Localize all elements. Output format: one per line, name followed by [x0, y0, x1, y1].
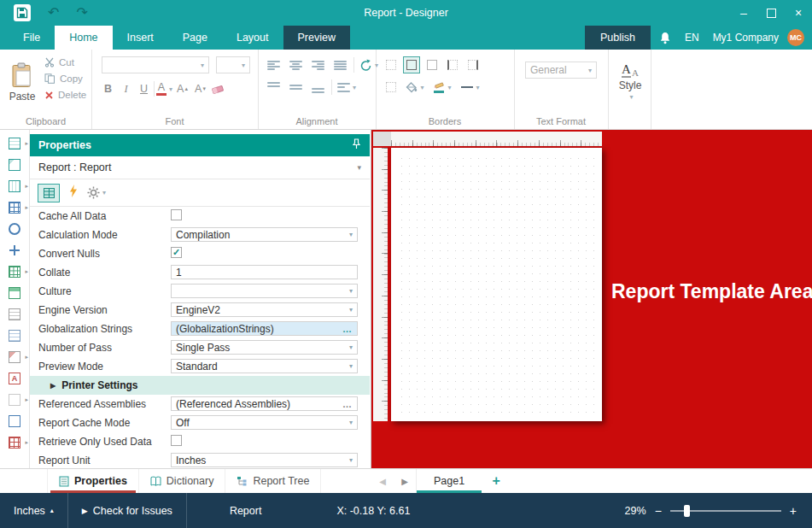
- ellipsis-icon[interactable]: …: [342, 400, 353, 408]
- engine-version-dropdown[interactable]: EngineV2▾: [171, 302, 358, 317]
- prev-page-button[interactable]: ◀: [371, 477, 394, 486]
- align-justify-button[interactable]: [331, 56, 348, 73]
- align-right-button[interactable]: [309, 56, 326, 73]
- settings-button[interactable]: ▾: [87, 186, 106, 199]
- publish-button[interactable]: Publish: [585, 26, 651, 50]
- image-item[interactable]: ▸: [0, 346, 29, 367]
- property-row-retrieve-only-used-data: Retrieve Only Used Data ✓: [30, 432, 370, 451]
- crosstab-item[interactable]: ▸: [0, 431, 29, 453]
- dock-tab-report-tree[interactable]: Report Tree: [225, 469, 321, 493]
- align-center-button[interactable]: [287, 56, 304, 73]
- zoom-slider[interactable]: [670, 510, 781, 512]
- borders-outside-button[interactable]: [424, 56, 441, 73]
- align-left-button[interactable]: [265, 56, 282, 73]
- align-top-button[interactable]: [265, 79, 282, 96]
- minimize-button[interactable]: –: [730, 0, 757, 26]
- chart-item[interactable]: ▸: [0, 261, 29, 282]
- big-text-item[interactable]: A: [0, 367, 29, 389]
- dock-tab-dictionary[interactable]: Dictionary: [139, 469, 226, 493]
- paste-button[interactable]: Paste: [5, 54, 39, 110]
- ellipsis-icon[interactable]: …: [342, 325, 353, 333]
- italic-button[interactable]: I: [118, 80, 134, 97]
- copy-button[interactable]: Copy: [44, 73, 86, 84]
- dock-tab-properties[interactable]: Properties: [47, 469, 139, 493]
- borders-none-button[interactable]: [383, 56, 400, 73]
- align-bottom-button[interactable]: [309, 79, 326, 96]
- zoom-out-button[interactable]: −: [655, 504, 662, 518]
- alignment-group-label: Alignment: [258, 116, 376, 126]
- fill-color-button[interactable]: ▾: [403, 79, 427, 96]
- tab-page[interactable]: Page: [168, 26, 222, 50]
- language-selector[interactable]: EN: [680, 32, 704, 44]
- add-page-button[interactable]: +: [482, 473, 511, 489]
- shape-item[interactable]: [0, 218, 29, 239]
- units-selector[interactable]: Inches ▴: [0, 493, 67, 528]
- number-of-pass-dropdown[interactable]: Single Pass▾: [171, 340, 358, 355]
- clear-format-button[interactable]: [210, 80, 226, 97]
- borders-right-button[interactable]: [464, 56, 482, 73]
- text-in-cells-item[interactable]: ▸: [0, 175, 29, 197]
- clipboard-group: Paste Cut Copy Delete Clipboard: [0, 50, 92, 129]
- notifications-button[interactable]: [651, 32, 680, 44]
- underline-button[interactable]: U: [136, 80, 152, 97]
- cut-button[interactable]: Cut: [44, 57, 86, 67]
- events-view-button[interactable]: [69, 185, 78, 201]
- design-surface[interactable]: Report Template Area: [371, 130, 812, 468]
- word-wrap-button[interactable]: ▾: [337, 79, 356, 96]
- subreport-item[interactable]: [0, 303, 29, 325]
- gauge-item[interactable]: [0, 282, 29, 303]
- pin-button[interactable]: [352, 138, 361, 152]
- referenced-assemblies-editor[interactable]: (Referenced Assemblies)…: [171, 396, 358, 411]
- maximize-button[interactable]: [757, 0, 785, 26]
- borders-left-button[interactable]: [444, 56, 461, 73]
- panel-item[interactable]: ▸: [0, 389, 29, 410]
- report-unit-dropdown[interactable]: Inches▾: [171, 453, 358, 467]
- retrieve-only-used-data-checkbox[interactable]: ✓: [171, 435, 182, 446]
- account-menu[interactable]: My1 Company: [704, 32, 787, 44]
- next-page-button[interactable]: ▶: [394, 477, 416, 486]
- report-page-canvas[interactable]: [391, 148, 602, 421]
- convert-nulls-checkbox[interactable]: ✓: [171, 247, 182, 258]
- zoom-in-button[interactable]: +: [790, 504, 797, 518]
- font-family-combobox[interactable]: ▾: [102, 56, 209, 73]
- preview-mode-dropdown[interactable]: Standard▾: [171, 359, 358, 373]
- delete-button[interactable]: Delete: [44, 90, 86, 100]
- align-middle-button[interactable]: [287, 79, 304, 96]
- font-color-button[interactable]: A ▾: [156, 80, 172, 97]
- container-item[interactable]: [0, 410, 29, 431]
- tab-layout[interactable]: Layout: [222, 26, 283, 50]
- avatar[interactable]: MC: [787, 29, 804, 46]
- report-cache-mode-dropdown[interactable]: Off▾: [171, 415, 358, 430]
- calculation-mode-dropdown[interactable]: Compilation▾: [171, 227, 358, 242]
- tab-home[interactable]: Home: [55, 26, 112, 50]
- culture-dropdown[interactable]: ▾: [171, 284, 358, 298]
- properties-view-button[interactable]: [38, 184, 60, 202]
- printer-settings-section[interactable]: ▶ Printer Settings: [30, 376, 370, 395]
- tab-file[interactable]: File: [9, 26, 55, 50]
- page-tab-page1[interactable]: Page1: [417, 469, 482, 493]
- style-button[interactable]: AA Style ▾: [612, 54, 648, 110]
- collate-input[interactable]: 1: [171, 265, 358, 279]
- barcode-item[interactable]: [0, 325, 29, 346]
- tab-preview[interactable]: Preview: [283, 26, 350, 50]
- close-button[interactable]: ×: [785, 0, 812, 26]
- bold-button[interactable]: B: [100, 80, 116, 97]
- grow-font-button[interactable]: A▴: [174, 80, 190, 97]
- check-for-issues-button[interactable]: ▶ Check for Issues: [68, 493, 186, 528]
- borders-inside-button[interactable]: [383, 79, 400, 96]
- zoom-slider-thumb[interactable]: [684, 505, 690, 517]
- tab-insert[interactable]: Insert: [113, 26, 168, 50]
- text-component-item[interactable]: ▸: [0, 132, 29, 154]
- borders-all-button[interactable]: [403, 56, 420, 73]
- object-selector-dropdown[interactable]: Report : Report ▾: [30, 156, 370, 179]
- cache-all-data-checkbox[interactable]: ✓: [171, 209, 182, 220]
- font-size-combobox[interactable]: ▾: [216, 56, 250, 73]
- globalization-strings-editor[interactable]: (GlobalizationStrings)…: [171, 321, 358, 336]
- shrink-font-button[interactable]: A▾: [192, 80, 208, 97]
- border-style-button[interactable]: ▾: [458, 79, 483, 96]
- table-item[interactable]: ▸: [0, 197, 29, 218]
- rich-text-item[interactable]: [0, 154, 29, 175]
- math-formula-item[interactable]: [0, 239, 29, 261]
- border-color-button[interactable]: ▾: [430, 79, 454, 96]
- text-format-combobox[interactable]: General ▾: [525, 62, 597, 79]
